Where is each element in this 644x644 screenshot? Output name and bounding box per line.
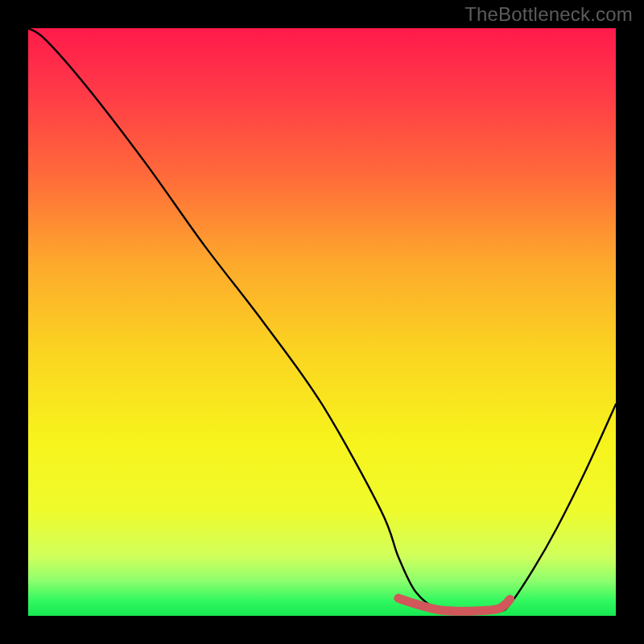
watermark-text: TheBottleneck.com <box>464 3 633 26</box>
gradient-background <box>28 28 616 616</box>
bottleneck-chart <box>28 28 616 616</box>
chart-svg <box>28 28 616 616</box>
